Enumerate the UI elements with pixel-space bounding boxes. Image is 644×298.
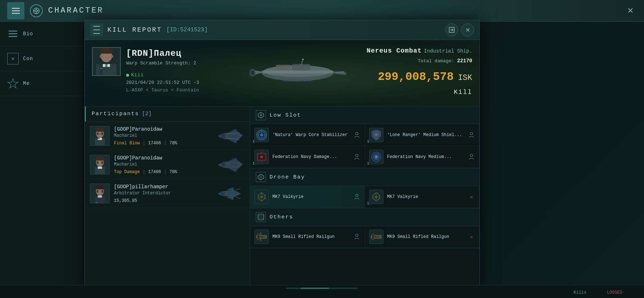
svg-line-109 <box>265 198 267 199</box>
person-icon <box>468 154 475 160</box>
svg-rect-78 <box>227 192 237 195</box>
equip-item[interactable]: 1 MK7 Valkyrie ✕ <box>365 186 479 208</box>
participant-info: [GOOP]Paranoidaw Machariel Final Blow | … <box>114 126 212 146</box>
participants-count: [2] <box>142 111 152 117</box>
equip-item[interactable]: 1 Federation Navy Damage... <box>250 146 365 168</box>
svg-rect-27 <box>100 68 101 69</box>
svg-rect-8 <box>9 36 17 37</box>
participant-name: [GOOP]pillarhamper <box>114 184 212 190</box>
hamburger-menu-button[interactable] <box>7 2 24 19</box>
participant-row[interactable]: [GOOP]pillarhamper Arbitrator Interdicto… <box>85 179 250 208</box>
modal-main-content: Participants [2] <box>85 107 479 290</box>
participant-stats: Final Blow | 17406 | 78% <box>114 141 212 146</box>
participant-ship-image <box>216 185 245 202</box>
equip-name: MK9 Small Rifled Railgun <box>387 234 465 240</box>
svg-marker-9 <box>8 79 18 88</box>
svg-rect-51 <box>97 132 98 135</box>
drone-bay-title: Drone Bay <box>270 174 305 180</box>
stat-top-damage-label: Top Damage <box>114 170 140 175</box>
modal-export-button[interactable] <box>445 23 458 36</box>
stat-sep: | <box>143 141 145 146</box>
sidebar-item-bio-label: Bio <box>23 31 33 37</box>
svg-rect-74 <box>97 190 98 193</box>
person-icon <box>354 194 360 200</box>
stat-final-blow-label: Final Blow <box>114 141 140 146</box>
svg-rect-6 <box>9 31 17 32</box>
sidebar-item-combat[interactable]: ✕ Con <box>0 46 86 71</box>
equip-qty: 1 <box>367 161 369 166</box>
svg-point-47 <box>96 127 104 131</box>
equip-name: Federation Navy Damage... <box>272 154 350 160</box>
svg-point-66 <box>221 162 225 168</box>
participant-ship: Machariel <box>114 162 212 167</box>
close-main-button[interactable]: ✕ <box>624 4 637 17</box>
svg-rect-63 <box>98 167 102 169</box>
menu-line <box>93 26 100 27</box>
participant-row[interactable]: [GOOP]Paranoidaw Machariel Top Damage | … <box>85 150 250 179</box>
svg-point-24 <box>100 55 102 58</box>
pilot-info: [RDN]Палец Warp Scramble Strength: 2 Kil… <box>126 47 199 93</box>
svg-point-43 <box>248 68 257 77</box>
svg-point-90 <box>375 133 378 136</box>
avatar-image <box>93 47 120 76</box>
svg-rect-65 <box>101 161 103 164</box>
stat-sep: | <box>143 170 145 175</box>
stat-damage: 17406 <box>148 170 161 175</box>
top-header: CHARACTER ✕ <box>0 0 644 22</box>
equip-item[interactable]: 1 Federation Navy Medium... <box>365 146 479 168</box>
close-icon[interactable]: ✕ <box>468 234 475 240</box>
bottom-bar: Kills LOSSES <box>0 285 644 298</box>
participant-row[interactable]: [GOOP]Paranoidaw Machariel Final Blow | … <box>85 122 250 150</box>
others-header: Others <box>250 208 479 226</box>
participants-header: Participants [2] <box>85 107 250 122</box>
svg-point-97 <box>356 154 358 157</box>
svg-point-112 <box>375 195 378 198</box>
report-left-panel: [RDN]Палец Warp Scramble Strength: 2 Kil… <box>85 40 236 106</box>
drone-bay-icon <box>256 172 266 182</box>
scrollbar-track[interactable] <box>286 288 358 289</box>
sidebar-item-bio[interactable]: Bio <box>0 22 86 46</box>
participant-name: [GOOP]Paranoidaw <box>114 126 212 132</box>
others-icon <box>256 212 266 222</box>
pilot-warp-strength: Warp Scramble Strength: 2 <box>126 60 199 66</box>
ship-type-name: Nereus Combat <box>367 47 422 54</box>
participant-avatar <box>90 184 110 203</box>
equip-icon-railgun1 <box>254 230 269 244</box>
svg-line-79 <box>236 189 240 190</box>
person-icon <box>354 132 360 138</box>
svg-rect-7 <box>9 33 17 35</box>
equip-icon-drone2 <box>369 190 383 204</box>
isk-label: ISK <box>458 73 472 82</box>
close-icon[interactable]: ✕ <box>468 194 475 200</box>
participant-stats: 15,365.85 <box>114 198 212 203</box>
equip-item[interactable]: MK7 Valkyrie <box>250 186 365 208</box>
svg-point-1 <box>35 10 37 12</box>
modal-menu-button[interactable] <box>90 23 103 36</box>
svg-point-89 <box>356 132 358 135</box>
app-title: CHARACTER <box>48 6 104 15</box>
pilot-name: [RDN]Палец <box>126 49 199 58</box>
participant-avatar <box>90 155 110 175</box>
participant-info: [GOOP]pillarhamper Arbitrator Interdicto… <box>114 184 212 203</box>
sidebar-item-medals[interactable]: Me <box>0 71 86 96</box>
svg-rect-30 <box>262 71 334 73</box>
equip-item[interactable]: 1 'Lone Ranger' Medium Shiel... <box>365 124 479 146</box>
ship-svg <box>247 48 348 98</box>
drone-bay-grid: MK7 Valkyrie 1 <box>250 186 479 208</box>
kill-label: Kill <box>131 72 144 78</box>
svg-rect-14 <box>99 64 103 75</box>
low-slot-title: Low Slot <box>270 112 301 118</box>
svg-point-54 <box>221 133 225 139</box>
sidebar-item-medals-label: Me <box>23 81 30 86</box>
svg-rect-76 <box>96 202 98 203</box>
kill-location: L-A5XP < Taurus < Fountain <box>126 87 199 93</box>
equip-item[interactable]: MK9 Small Rifled Railgun <box>250 226 365 248</box>
equip-item[interactable]: MK9 Small Rifled Railgun ✕ <box>365 226 479 248</box>
svg-rect-118 <box>264 236 267 238</box>
svg-point-71 <box>96 185 104 189</box>
participant-name: [GOOP]Paranoidaw <box>114 155 212 161</box>
svg-point-106 <box>260 195 263 198</box>
equip-item[interactable]: 1 'Natura' Warp Core Stabilizer <box>250 124 365 146</box>
modal-close-button[interactable]: ✕ <box>461 23 474 36</box>
equip-icon-drone1 <box>254 190 269 204</box>
